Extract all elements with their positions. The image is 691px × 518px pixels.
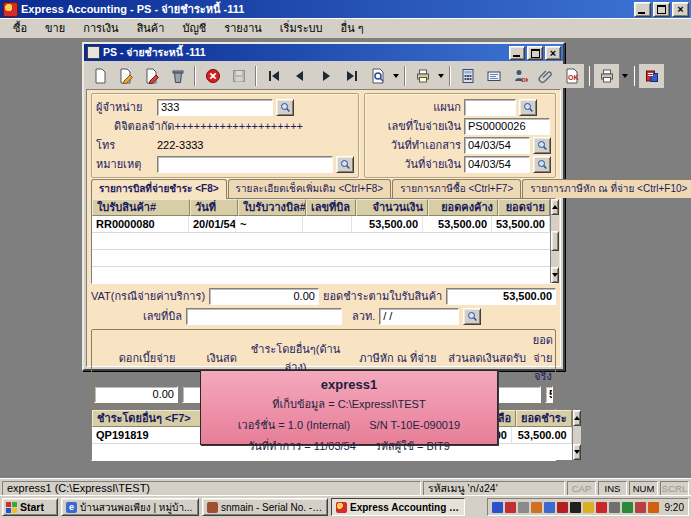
approve-person-button[interactable]: OK bbox=[507, 64, 532, 88]
bills-row[interactable]: RR0000080 20/01/54 ~ 53,500.00 53,500.00… bbox=[92, 216, 550, 233]
menu-inventory[interactable]: สินค้า bbox=[128, 17, 174, 39]
task-express-button[interactable]: Express Accounting -... bbox=[331, 498, 465, 516]
tab-bills-paid[interactable]: รายการบิลที่จ่ายชำระ <F8> bbox=[91, 179, 227, 199]
remark-search-icon[interactable] bbox=[336, 156, 354, 173]
first-record-button[interactable] bbox=[261, 64, 286, 88]
print-dropdown[interactable] bbox=[620, 65, 629, 87]
tray-icon[interactable] bbox=[570, 502, 581, 513]
calculator-button[interactable] bbox=[455, 64, 480, 88]
restore-button[interactable] bbox=[653, 2, 670, 17]
pay-date-field[interactable]: 04/03/54 bbox=[464, 156, 530, 173]
express-icon bbox=[336, 502, 347, 513]
bill-date-field[interactable]: / / bbox=[379, 308, 459, 325]
bill-date-picker-icon[interactable] bbox=[463, 308, 481, 325]
tab-purchase-tax[interactable]: รายการภาษีซื้อ <Ctrl+F7> bbox=[392, 179, 521, 198]
doc-close-button[interactable]: × bbox=[545, 46, 561, 60]
vat-field[interactable]: 0.00 bbox=[209, 288, 319, 305]
minimize-button[interactable] bbox=[634, 2, 651, 17]
cell-cheque-no: QP191819 bbox=[92, 427, 201, 443]
post-button[interactable] bbox=[639, 64, 664, 88]
bills-scrollbar[interactable] bbox=[550, 199, 559, 283]
tray-icon[interactable] bbox=[492, 502, 503, 513]
menu-reports[interactable]: รายงาน bbox=[215, 17, 271, 39]
cell-paid: 53,500.00 bbox=[492, 216, 550, 232]
scroll-thumb[interactable] bbox=[551, 231, 559, 251]
next-record-button[interactable] bbox=[313, 64, 338, 88]
edit-detail-button[interactable] bbox=[139, 64, 164, 88]
tray-icon[interactable] bbox=[583, 502, 594, 513]
doc-minimize-button[interactable] bbox=[509, 46, 525, 60]
menu-accounting[interactable]: บัญชี bbox=[173, 17, 215, 39]
data-path-line: ที่เก็บข้อมูล = C:\ExpressI\TEST bbox=[201, 395, 497, 413]
menu-finance[interactable]: การเงิน bbox=[74, 17, 127, 39]
interest-label: ดอกเบี้ยจ่าย bbox=[94, 349, 175, 367]
approve-document-button[interactable]: OK bbox=[559, 64, 584, 88]
scroll-up-icon[interactable] bbox=[573, 410, 581, 426]
tray-icon[interactable] bbox=[609, 502, 620, 513]
pay-date-picker-icon[interactable] bbox=[533, 156, 551, 173]
numlock-indicator: NUM bbox=[629, 481, 658, 496]
cheque-button[interactable] bbox=[481, 64, 506, 88]
menu-sales[interactable]: ขาย bbox=[36, 17, 74, 39]
bill-no-field[interactable] bbox=[186, 308, 342, 325]
interest-field[interactable]: 0.00 bbox=[94, 386, 178, 403]
scroll-up-icon[interactable] bbox=[551, 199, 559, 215]
doc-maximize-button[interactable] bbox=[527, 46, 543, 60]
vendor-code-field[interactable]: 333 bbox=[157, 99, 273, 116]
tab-cheque-details[interactable]: รายละเอียดเช็คเพิ่มเติม <Ctrl+F8> bbox=[228, 179, 392, 198]
edit-record-button[interactable] bbox=[113, 64, 138, 88]
scroll-down-icon[interactable] bbox=[573, 444, 581, 460]
tray-icon[interactable] bbox=[505, 502, 516, 513]
doc-date-label: วันที่ทำเอกสาร bbox=[369, 136, 461, 154]
find-button[interactable] bbox=[365, 64, 390, 88]
working-date-text: วันที่ทำการ = 11/03/54 bbox=[248, 440, 356, 452]
tray-icon[interactable] bbox=[635, 502, 646, 513]
tray-icon[interactable] bbox=[596, 502, 607, 513]
col-billing-no: ใบรับวางบิล# bbox=[238, 199, 306, 216]
doc-date-picker-icon[interactable] bbox=[533, 137, 551, 154]
menu-others[interactable]: อื่น ๆ bbox=[332, 17, 373, 39]
col-pay-other: ชำระโดยอื่นๆ <F7> bbox=[92, 410, 202, 427]
browser-icon: e bbox=[66, 502, 77, 513]
tray-icon[interactable] bbox=[518, 502, 529, 513]
tray-icon[interactable] bbox=[648, 502, 659, 513]
last-record-button[interactable] bbox=[339, 64, 364, 88]
department-field[interactable] bbox=[464, 99, 516, 116]
cell-date: 20/01/54 bbox=[189, 216, 236, 232]
tray-icon[interactable] bbox=[531, 502, 542, 513]
tab-withholding-tax[interactable]: รายการภาษีหัก ณ ที่จ่าย <Ctrl+F10> bbox=[522, 179, 691, 198]
tray-icon[interactable] bbox=[544, 502, 555, 513]
task-browser-button[interactable]: e บ้านสวนพอเพียง | หมู่บ้า... bbox=[61, 498, 199, 516]
col-amount: จำนวนเงิน bbox=[356, 199, 428, 216]
print-voucher-dropdown[interactable] bbox=[436, 65, 445, 87]
department-search-icon[interactable] bbox=[519, 99, 537, 116]
payments-scrollbar[interactable] bbox=[572, 410, 581, 460]
start-button[interactable]: Start bbox=[2, 498, 58, 516]
print-voucher-button[interactable] bbox=[410, 64, 435, 88]
print-button[interactable] bbox=[594, 64, 619, 88]
col-paid: ยอดจ่าย bbox=[498, 199, 550, 216]
delete-record-button[interactable] bbox=[165, 64, 190, 88]
tray-icon[interactable] bbox=[557, 502, 568, 513]
cell-receipt-no: RR0000080 bbox=[92, 216, 189, 232]
payment-no-field[interactable]: PS0000026 bbox=[464, 118, 550, 135]
menu-purchase[interactable]: ซื้อ bbox=[4, 17, 36, 39]
app-logo-icon bbox=[3, 2, 18, 17]
find-dropdown[interactable] bbox=[391, 65, 400, 87]
doc-title: PS - จ่ายชำระหนี้ -111 bbox=[103, 44, 509, 61]
vendor-name-text: ดิจิตอลจำกัด++++++++++++++++++++ bbox=[114, 117, 303, 135]
menu-setup[interactable]: เริ่มระบบ bbox=[271, 17, 332, 39]
task-snmain-button[interactable]: snmain - Serial No. - [Seri... bbox=[202, 498, 328, 516]
cancel-button[interactable] bbox=[200, 64, 225, 88]
col-bill-no: เลขที่บิล bbox=[306, 199, 356, 216]
remark-field[interactable] bbox=[157, 156, 333, 173]
attach-clip-button[interactable] bbox=[533, 64, 558, 88]
scroll-down-icon[interactable] bbox=[551, 267, 559, 283]
new-record-button[interactable] bbox=[87, 64, 112, 88]
tray-icon[interactable] bbox=[622, 502, 633, 513]
previous-record-button[interactable] bbox=[287, 64, 312, 88]
doc-date-field[interactable]: 04/03/54 bbox=[464, 137, 530, 154]
vendor-search-icon[interactable] bbox=[276, 99, 294, 116]
close-button[interactable]: × bbox=[672, 2, 689, 17]
app-title: Express Accounting - PS - จ่ายชำระหนี้ -… bbox=[21, 0, 634, 18]
